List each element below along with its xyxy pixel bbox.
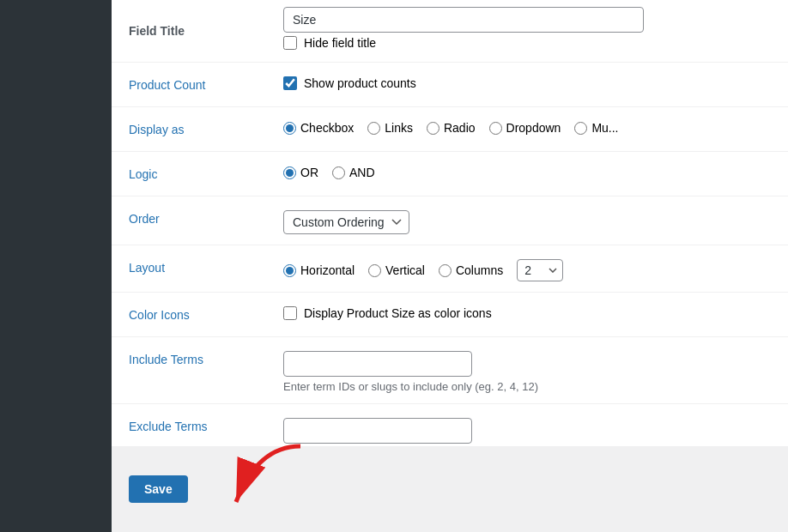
hide-field-title-row: Hide field title [283, 36, 644, 50]
display-radio-radio-label: Radio [444, 121, 476, 135]
order-select[interactable]: Custom Ordering Name Count Term ID [283, 210, 409, 234]
display-as-label: Display as [129, 118, 283, 136]
color-icons-field: Display Product Size as color icons [283, 303, 771, 325]
display-as-row: Display as Checkbox Links Radio [112, 107, 788, 152]
layout-columns-label: Columns [456, 263, 503, 277]
field-title-row: Field Title Hide field title [112, 0, 788, 63]
order-row: Order Custom Ordering Name Count Term ID [112, 196, 788, 245]
logic-or-radio[interactable] [283, 166, 296, 179]
logic-radio-group: OR AND [283, 166, 771, 179]
product-count-checkbox-row: Show product counts [283, 76, 771, 90]
order-field: Custom Ordering Name Count Term ID [283, 207, 771, 234]
exclude-terms-label: Exclude Terms [129, 414, 283, 433]
display-more-radio-label: Mu... [591, 121, 618, 135]
include-terms-row: Include Terms Enter term IDs or slugs to… [112, 337, 788, 404]
exclude-terms-input[interactable] [283, 418, 472, 444]
display-checkbox-radio[interactable] [283, 122, 296, 135]
display-radio-radio[interactable] [427, 122, 439, 135]
display-more-option: Mu... [574, 121, 618, 135]
layout-row: Layout Horizontal Vertical Columns [112, 245, 788, 293]
sidebar [0, 0, 112, 532]
layout-vertical-option: Vertical [368, 263, 425, 277]
layout-vertical-label: Vertical [385, 263, 425, 277]
columns-count-select[interactable]: 2 3 4 [517, 259, 563, 281]
form-panel: Field Title Hide field title Product Cou… [112, 0, 788, 446]
bottom-bar: Save [112, 446, 788, 532]
display-links-option: Links [367, 121, 413, 135]
display-links-radio[interactable] [367, 122, 380, 135]
product-count-row: Product Count Show product counts [112, 63, 788, 107]
layout-label: Layout [129, 256, 283, 275]
layout-horizontal-option: Horizontal [283, 263, 355, 277]
display-checkbox-option: Checkbox [283, 121, 354, 135]
color-icons-label: Color Icons [129, 303, 283, 322]
layout-horizontal-radio[interactable] [283, 264, 296, 277]
show-product-counts-checkbox[interactable] [283, 76, 297, 90]
field-title-label: Field Title [129, 24, 283, 38]
logic-or-option: OR [283, 166, 318, 179]
product-count-label: Product Count [129, 73, 283, 92]
exclude-terms-row: Exclude Terms Enter term IDs or slugs to… [112, 404, 788, 446]
field-title-input[interactable] [283, 7, 644, 33]
display-dropdown-radio-label: Dropdown [506, 121, 561, 135]
logic-or-label: OR [300, 166, 318, 179]
logic-label: Logic [129, 162, 283, 181]
layout-vertical-radio[interactable] [368, 264, 381, 277]
color-icons-checkbox[interactable] [283, 306, 297, 320]
logic-and-radio[interactable] [332, 166, 345, 179]
display-dropdown-radio[interactable] [489, 122, 502, 135]
layout-radio-group: Horizontal Vertical Columns 2 3 4 [283, 259, 771, 281]
arrow-indicator [206, 438, 318, 532]
display-as-radio-group: Checkbox Links Radio Dropdown [283, 121, 771, 135]
display-checkbox-radio-label: Checkbox [300, 121, 354, 135]
product-count-field: Show product counts [283, 73, 771, 95]
layout-field: Horizontal Vertical Columns 2 3 4 [283, 256, 771, 281]
layout-columns-radio[interactable] [439, 264, 452, 277]
display-radio-option: Radio [427, 121, 476, 135]
logic-row: Logic OR AND [112, 152, 788, 196]
include-terms-input[interactable] [283, 351, 472, 377]
main-content: Field Title Hide field title Product Cou… [112, 0, 788, 532]
display-more-radio[interactable] [574, 122, 587, 135]
logic-field: OR AND [283, 162, 771, 179]
show-product-counts-label: Show product counts [304, 76, 416, 90]
include-terms-hint: Enter term IDs or slugs to include only … [283, 380, 771, 393]
display-dropdown-option: Dropdown [489, 121, 561, 135]
logic-and-option: AND [332, 166, 375, 179]
order-label: Order [129, 207, 283, 226]
layout-horizontal-label: Horizontal [300, 263, 355, 277]
color-icons-checkbox-label: Display Product Size as color icons [304, 306, 492, 320]
layout-columns-option: Columns [439, 263, 503, 277]
color-icons-checkbox-row: Display Product Size as color icons [283, 306, 771, 320]
include-terms-label: Include Terms [129, 348, 283, 366]
include-terms-field: Enter term IDs or slugs to include only … [283, 348, 771, 393]
display-links-radio-label: Links [385, 121, 413, 135]
hide-field-title-label: Hide field title [304, 36, 376, 50]
exclude-terms-field: Enter term IDs or slugs to exclude (eg. … [283, 414, 771, 446]
color-icons-row: Color Icons Display Product Size as colo… [112, 293, 788, 337]
save-button[interactable]: Save [129, 475, 188, 503]
display-as-field: Checkbox Links Radio Dropdown [283, 118, 771, 135]
logic-and-label: AND [349, 166, 375, 179]
hide-field-title-checkbox[interactable] [283, 36, 297, 50]
